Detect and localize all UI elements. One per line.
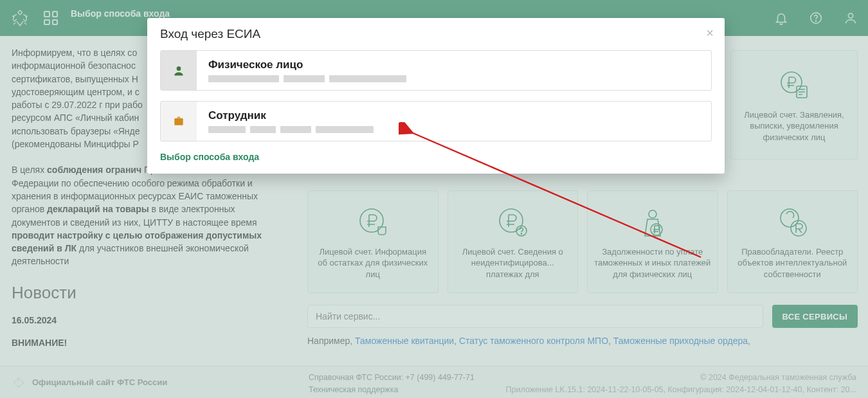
close-icon[interactable]: × (704, 27, 716, 39)
choose-method-link[interactable]: Выбор способа входа (160, 152, 712, 162)
modal-title: Вход через ЕСИА (160, 27, 712, 41)
redacted-org (208, 126, 700, 133)
option-individual-title: Физическое лицо (208, 59, 700, 71)
option-employee-title: Сотрудник (208, 109, 700, 122)
esia-login-modal: × Вход через ЕСИА Физическое лицо Сотруд… (147, 18, 725, 174)
redacted-name (208, 75, 700, 82)
person-icon (161, 51, 197, 90)
option-individual[interactable]: Физическое лицо (160, 50, 712, 91)
option-employee[interactable]: Сотрудник (160, 101, 712, 141)
briefcase-icon (161, 102, 197, 141)
